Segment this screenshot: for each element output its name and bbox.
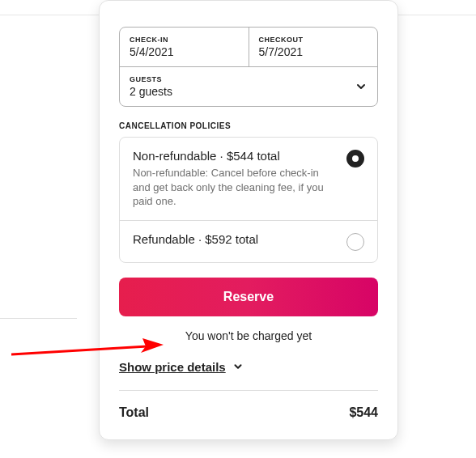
- cancellation-policies: Non-refundable · $544 total Non-refundab…: [119, 137, 378, 263]
- checkin-field[interactable]: CHECK-IN 5/4/2021: [120, 28, 249, 66]
- policies-section-label: CANCELLATION POLICIES: [119, 121, 378, 130]
- checkout-value: 5/7/2021: [259, 45, 368, 58]
- policy-title: Non-refundable · $544 total: [133, 149, 327, 163]
- reserve-label: Reserve: [223, 290, 274, 304]
- chevron-down-icon: [232, 361, 244, 372]
- policy-option-nonrefundable[interactable]: Non-refundable · $544 total Non-refundab…: [120, 138, 377, 220]
- policy-text: Non-refundable · $544 total Non-refundab…: [133, 149, 327, 209]
- radio-unselected-icon: [346, 233, 364, 251]
- total-value: $544: [349, 405, 378, 420]
- show-price-details-toggle[interactable]: Show price details: [119, 360, 244, 374]
- policy-description: Non-refundable: Cancel before check-in a…: [133, 166, 327, 209]
- guests-label: GUESTS: [130, 75, 172, 83]
- charge-note: You won't be charged yet: [119, 329, 378, 342]
- chevron-down-icon: [355, 80, 368, 93]
- checkin-label: CHECK-IN: [130, 36, 239, 44]
- reserve-button[interactable]: Reserve: [119, 278, 378, 316]
- guests-field[interactable]: GUESTS 2 guests: [120, 66, 377, 106]
- dates-guests-group: CHECK-IN 5/4/2021 CHECKOUT 5/7/2021 GUES…: [119, 27, 378, 107]
- checkin-value: 5/4/2021: [130, 45, 239, 58]
- checkout-field[interactable]: CHECKOUT 5/7/2021: [249, 28, 378, 66]
- guests-value: 2 guests: [130, 85, 172, 98]
- policy-title: Refundable · $592 total: [133, 232, 258, 246]
- dates-row: CHECK-IN 5/4/2021 CHECKOUT 5/7/2021: [120, 28, 377, 66]
- radio-selected-icon: [346, 150, 364, 168]
- checkout-label: CHECKOUT: [259, 36, 368, 44]
- guests-text: GUESTS 2 guests: [130, 75, 172, 98]
- booking-card: CHECK-IN 5/4/2021 CHECKOUT 5/7/2021 GUES…: [99, 0, 398, 440]
- divider: [119, 390, 378, 391]
- total-label: Total: [119, 405, 149, 420]
- policy-text: Refundable · $592 total: [133, 232, 258, 249]
- total-row: Total $544: [119, 405, 378, 420]
- show-details-label: Show price details: [119, 360, 226, 374]
- policy-option-refundable[interactable]: Refundable · $592 total: [120, 220, 377, 262]
